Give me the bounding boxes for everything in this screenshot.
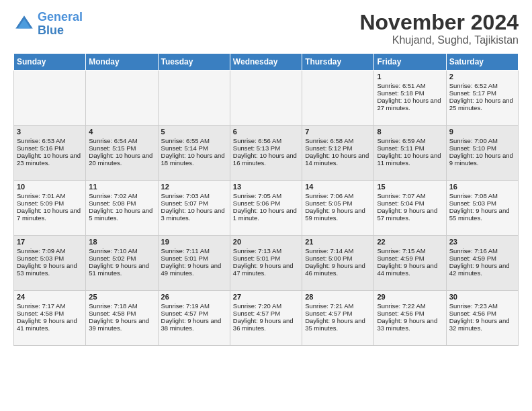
sunset-text: Sunset: 4:59 PM <box>449 255 496 262</box>
sunset-text: Sunset: 5:05 PM <box>305 199 352 207</box>
day-cell: 30 Sunrise: 7:23 AM Sunset: 4:56 PM Dayl… <box>446 291 518 346</box>
day-cell: 22 Sunrise: 7:15 AM Sunset: 4:59 PM Dayl… <box>374 236 446 291</box>
daylight-text: Daylight: 9 hours and 49 minutes. <box>161 262 222 277</box>
day-cell: 14 Sunrise: 7:06 AM Sunset: 5:05 PM Dayl… <box>302 181 374 236</box>
sunrise-text: Sunrise: 7:03 AM <box>161 192 210 199</box>
daylight-text: Daylight: 10 hours and 18 minutes. <box>161 152 225 167</box>
daylight-text: Daylight: 10 hours and 25 minutes. <box>449 97 513 111</box>
daylight-text: Daylight: 9 hours and 53 minutes. <box>17 262 77 277</box>
sunrise-text: Sunrise: 7:08 AM <box>449 192 498 199</box>
day-cell: 15 Sunrise: 7:07 AM Sunset: 5:04 PM Dayl… <box>374 181 446 236</box>
daylight-text: Daylight: 9 hours and 41 minutes. <box>17 317 77 332</box>
sunset-text: Sunset: 4:57 PM <box>305 310 352 317</box>
day-number: 16 <box>449 183 515 191</box>
sunrise-text: Sunrise: 7:07 AM <box>377 192 425 199</box>
day-cell <box>230 71 302 126</box>
sunrise-text: Sunrise: 6:51 AM <box>377 82 425 89</box>
day-number: 18 <box>89 238 154 246</box>
daylight-text: Daylight: 10 hours and 9 minutes. <box>449 152 513 167</box>
day-number: 25 <box>89 293 154 301</box>
daylight-text: Daylight: 9 hours and 33 minutes. <box>377 317 437 332</box>
sunrise-text: Sunrise: 7:00 AM <box>449 137 498 144</box>
week-row-3: 17 Sunrise: 7:09 AM Sunset: 5:03 PM Dayl… <box>14 236 519 291</box>
header-tuesday: Tuesday <box>158 54 230 71</box>
day-cell: 13 Sunrise: 7:05 AM Sunset: 5:06 PM Dayl… <box>230 181 302 236</box>
day-cell: 8 Sunrise: 6:59 AM Sunset: 5:11 PM Dayli… <box>374 126 446 181</box>
header-monday: Monday <box>86 54 158 71</box>
header: General Blue November 2024 Khujand, Sugh… <box>13 11 519 46</box>
daylight-text: Daylight: 10 hours and 7 minutes. <box>17 207 81 222</box>
day-cell: 1 Sunrise: 6:51 AM Sunset: 5:18 PM Dayli… <box>374 71 446 126</box>
sunset-text: Sunset: 5:03 PM <box>17 255 64 262</box>
daylight-text: Daylight: 10 hours and 16 minutes. <box>233 152 297 167</box>
day-number: 6 <box>233 128 299 136</box>
sunset-text: Sunset: 4:56 PM <box>377 310 424 317</box>
title-block: November 2024 Khujand, Sughd, Tajikistan <box>359 11 519 46</box>
day-cell: 23 Sunrise: 7:16 AM Sunset: 4:59 PM Dayl… <box>446 236 518 291</box>
daylight-text: Daylight: 9 hours and 44 minutes. <box>377 262 437 277</box>
header-wednesday: Wednesday <box>230 54 302 71</box>
week-row-0: 1 Sunrise: 6:51 AM Sunset: 5:18 PM Dayli… <box>14 71 519 126</box>
sunrise-text: Sunrise: 7:05 AM <box>233 192 281 199</box>
sunrise-text: Sunrise: 7:16 AM <box>449 247 498 255</box>
day-number: 8 <box>377 128 443 136</box>
daylight-text: Daylight: 9 hours and 35 minutes. <box>305 317 365 332</box>
day-number: 26 <box>161 293 227 301</box>
daylight-text: Daylight: 9 hours and 42 minutes. <box>449 262 510 277</box>
sunset-text: Sunset: 5:14 PM <box>161 144 208 152</box>
day-cell: 28 Sunrise: 7:21 AM Sunset: 4:57 PM Dayl… <box>302 291 374 346</box>
sunrise-text: Sunrise: 7:06 AM <box>305 192 353 199</box>
day-cell: 11 Sunrise: 7:02 AM Sunset: 5:08 PM Dayl… <box>86 181 158 236</box>
week-row-2: 10 Sunrise: 7:01 AM Sunset: 5:09 PM Dayl… <box>14 181 519 236</box>
daylight-text: Daylight: 9 hours and 55 minutes. <box>449 207 510 222</box>
day-cell: 4 Sunrise: 6:54 AM Sunset: 5:15 PM Dayli… <box>86 126 158 181</box>
daylight-text: Daylight: 9 hours and 47 minutes. <box>233 262 294 277</box>
daylight-text: Daylight: 10 hours and 27 minutes. <box>377 97 441 111</box>
sunrise-text: Sunrise: 6:56 AM <box>233 137 281 144</box>
sunset-text: Sunset: 5:10 PM <box>449 144 496 152</box>
day-cell: 7 Sunrise: 6:58 AM Sunset: 5:12 PM Dayli… <box>302 126 374 181</box>
sunset-text: Sunset: 4:58 PM <box>89 310 136 317</box>
day-number: 21 <box>305 238 371 246</box>
sunrise-text: Sunrise: 6:53 AM <box>17 137 65 144</box>
day-cell: 20 Sunrise: 7:13 AM Sunset: 5:01 PM Dayl… <box>230 236 302 291</box>
daylight-text: Daylight: 10 hours and 20 minutes. <box>89 152 152 167</box>
sunset-text: Sunset: 5:11 PM <box>377 144 424 152</box>
day-cell <box>302 71 374 126</box>
day-cell: 6 Sunrise: 6:56 AM Sunset: 5:13 PM Dayli… <box>230 126 302 181</box>
daylight-text: Daylight: 9 hours and 38 minutes. <box>161 317 222 332</box>
sunrise-text: Sunrise: 7:10 AM <box>89 247 137 255</box>
daylight-text: Daylight: 10 hours and 1 minute. <box>233 207 297 222</box>
sunrise-text: Sunrise: 7:14 AM <box>305 247 353 255</box>
day-cell: 21 Sunrise: 7:14 AM Sunset: 5:00 PM Dayl… <box>302 236 374 291</box>
sunset-text: Sunset: 4:57 PM <box>161 310 208 317</box>
day-cell: 24 Sunrise: 7:17 AM Sunset: 4:58 PM Dayl… <box>14 291 86 346</box>
month-title: November 2024 <box>359 11 519 34</box>
sunset-text: Sunset: 5:17 PM <box>449 89 496 97</box>
day-number: 11 <box>89 183 154 191</box>
sunrise-text: Sunrise: 7:21 AM <box>305 302 353 310</box>
day-number: 13 <box>233 183 299 191</box>
sunset-text: Sunset: 5:06 PM <box>233 199 280 207</box>
day-number: 7 <box>305 128 371 136</box>
sunrise-text: Sunrise: 7:15 AM <box>377 247 425 255</box>
week-row-4: 24 Sunrise: 7:17 AM Sunset: 4:58 PM Dayl… <box>14 291 519 346</box>
daylight-text: Daylight: 10 hours and 11 minutes. <box>377 152 441 167</box>
day-cell: 9 Sunrise: 7:00 AM Sunset: 5:10 PM Dayli… <box>446 126 518 181</box>
sunset-text: Sunset: 5:01 PM <box>233 255 280 262</box>
day-number: 27 <box>233 293 299 301</box>
day-cell: 3 Sunrise: 6:53 AM Sunset: 5:16 PM Dayli… <box>14 126 86 181</box>
logo-text: General Blue <box>38 11 83 38</box>
day-cell: 17 Sunrise: 7:09 AM Sunset: 5:03 PM Dayl… <box>14 236 86 291</box>
sunset-text: Sunset: 4:57 PM <box>233 310 280 317</box>
daylight-text: Daylight: 9 hours and 36 minutes. <box>233 317 294 332</box>
day-number: 23 <box>449 238 515 246</box>
daylight-text: Daylight: 9 hours and 51 minutes. <box>89 262 149 277</box>
daylight-text: Daylight: 9 hours and 46 minutes. <box>305 262 365 277</box>
sunrise-text: Sunrise: 7:17 AM <box>17 302 65 310</box>
day-cell: 5 Sunrise: 6:55 AM Sunset: 5:14 PM Dayli… <box>158 126 230 181</box>
logo-line1: General <box>38 10 83 24</box>
day-cell <box>86 71 158 126</box>
day-cell <box>14 71 86 126</box>
sunrise-text: Sunrise: 7:02 AM <box>89 192 137 199</box>
